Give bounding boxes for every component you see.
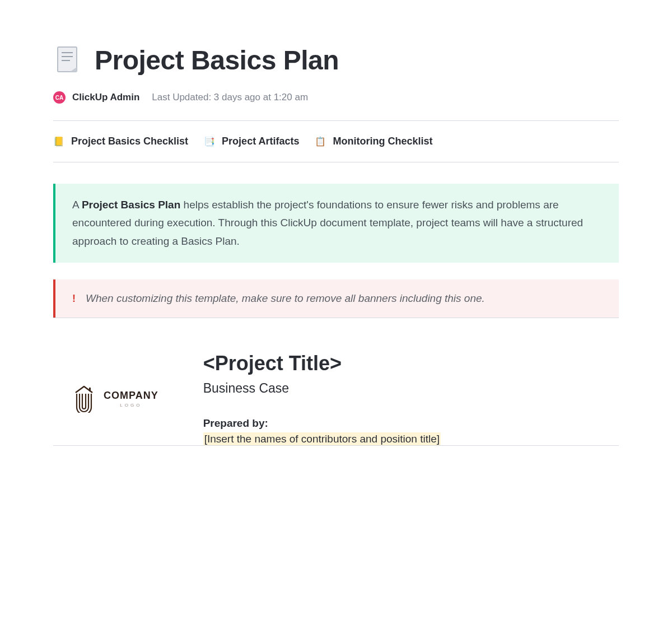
meta-row: CA ClickUp Admin Last Updated: 3 days ag… [53, 91, 619, 104]
artifacts-icon: 📑 [204, 136, 215, 147]
svg-rect-4 [89, 388, 91, 391]
divider [53, 318, 619, 318]
prepared-by-placeholder[interactable]: [Insert the names of contributors and po… [203, 432, 441, 445]
author-name[interactable]: ClickUp Admin [72, 92, 139, 103]
company-logo: COMPANY LOGO [70, 385, 158, 413]
tabs-row: 📒 Project Basics Checklist 📑 Project Art… [53, 121, 619, 162]
logo-text: COMPANY [104, 390, 158, 402]
logo-subtext: LOGO [120, 403, 142, 408]
exclamation-icon: ! [72, 290, 76, 307]
logo-mark-icon [70, 385, 98, 413]
prepared-by-label: Prepared by: [203, 417, 602, 430]
cover-info: <Project Title> Business Case Prepared b… [203, 352, 602, 445]
tab-label: Project Basics Checklist [71, 136, 188, 147]
document-subtitle: Business Case [203, 381, 602, 396]
banner-text-bold: Project Basics Plan [82, 199, 180, 211]
divider [53, 445, 619, 446]
document-icon [53, 46, 82, 75]
tab-project-artifacts[interactable]: 📑 Project Artifacts [204, 136, 299, 147]
banner-text-prefix: A [72, 199, 82, 211]
project-title-placeholder[interactable]: <Project Title> [203, 352, 602, 375]
notebook-icon: 📒 [53, 136, 64, 147]
tab-monitoring-checklist[interactable]: 📋 Monitoring Checklist [315, 136, 432, 147]
warning-text: When customizing this template, make sur… [86, 290, 485, 307]
svg-rect-0 [58, 47, 77, 72]
info-banner: A Project Basics Plan helps establish th… [53, 184, 619, 263]
author-avatar[interactable]: CA [53, 91, 66, 104]
divider [53, 162, 619, 162]
page-title: Project Basics Plan [95, 45, 339, 76]
cover-block: COMPANY LOGO <Project Title> Business Ca… [53, 352, 619, 445]
title-row: Project Basics Plan [53, 45, 619, 76]
tab-label: Monitoring Checklist [333, 136, 432, 147]
last-updated: Last Updated: 3 days ago at 1:20 am [152, 92, 308, 103]
warning-banner: ! When customizing this template, make s… [53, 279, 619, 318]
checklist-icon: 📋 [315, 136, 326, 147]
tab-project-basics-checklist[interactable]: 📒 Project Basics Checklist [53, 136, 188, 147]
tab-label: Project Artifacts [222, 136, 299, 147]
